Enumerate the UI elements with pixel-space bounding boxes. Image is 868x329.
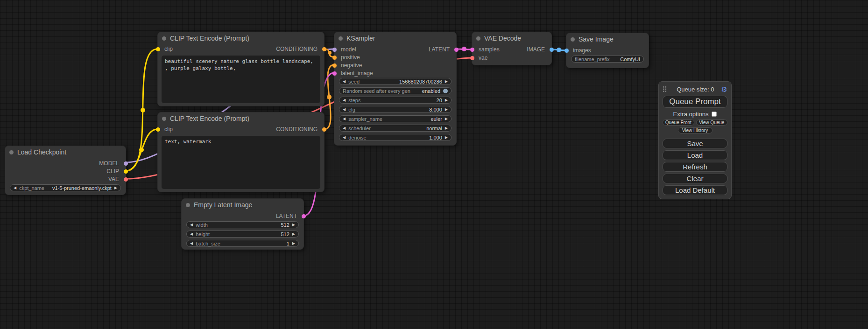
node-save-image[interactable]: Save Image images filename_prefix ComfyU… <box>566 33 649 68</box>
view-history-button[interactable]: View History <box>678 127 713 133</box>
decrement-arrow-icon[interactable]: ◀ <box>343 80 346 84</box>
collapse-dot-icon[interactable] <box>571 37 575 42</box>
slot-label: LATENT <box>276 213 303 219</box>
output-slot-model: MODEL <box>5 159 126 168</box>
node-title-bar[interactable]: Empty Latent Image <box>182 199 303 211</box>
slot-label: IMAGE <box>527 46 551 53</box>
input-dot-positive[interactable] <box>332 56 337 60</box>
sampler-name-widget[interactable]: ◀ sampler_name euler ▶ <box>339 115 452 122</box>
height-widget[interactable]: ◀ height 512 ▶ <box>186 231 299 238</box>
decrement-arrow-icon[interactable]: ◀ <box>190 232 193 236</box>
node-title-bar[interactable]: VAE Decode <box>472 32 551 44</box>
clear-button[interactable]: Clear <box>663 174 727 183</box>
batch-size-widget[interactable]: ◀ batch_size 1 ▶ <box>186 240 299 247</box>
node-title-bar[interactable]: Save Image <box>566 33 649 45</box>
decrement-arrow-icon[interactable]: ◀ <box>14 186 16 190</box>
decrement-arrow-icon[interactable]: ◀ <box>190 242 193 245</box>
input-dot-negative[interactable] <box>332 63 337 68</box>
link-midpoint-dot <box>141 108 145 112</box>
toggle-knob-icon[interactable] <box>443 89 448 93</box>
input-dot-model[interactable] <box>332 48 337 52</box>
refresh-button[interactable]: Refresh <box>663 162 727 172</box>
collapse-dot-icon[interactable] <box>186 203 190 207</box>
output-dot-model[interactable] <box>124 161 128 166</box>
decrement-arrow-icon[interactable]: ◀ <box>343 126 346 130</box>
collapse-dot-icon[interactable] <box>339 36 343 41</box>
collapse-dot-icon[interactable] <box>9 150 14 154</box>
node-title-bar[interactable]: Load Checkpoint <box>5 146 126 158</box>
input-dot-images[interactable] <box>565 49 569 53</box>
decrement-arrow-icon[interactable]: ◀ <box>343 108 346 112</box>
queue-prompt-button[interactable]: Queue Prompt <box>663 96 727 108</box>
random-seed-toggle-widget[interactable]: Random seed after every gen enabled <box>339 87 452 94</box>
node-vae-decode[interactable]: VAE Decode samples IMAGE vae <box>472 32 552 65</box>
input-dot-clip[interactable] <box>156 127 160 132</box>
comfy-menu[interactable]: Queue size: 0 ⚙ Queue Prompt Extra optio… <box>658 81 732 199</box>
increment-arrow-icon[interactable]: ▶ <box>445 98 448 102</box>
decrement-arrow-icon[interactable]: ◀ <box>343 98 346 102</box>
load-button[interactable]: Load <box>663 150 727 160</box>
input-slot-vae: vae <box>472 54 551 62</box>
node-empty-latent-image[interactable]: Empty Latent Image LATENT ◀ width 512 ▶ … <box>181 198 304 250</box>
increment-arrow-icon[interactable]: ▶ <box>445 80 448 84</box>
output-dot-vae[interactable] <box>124 177 128 182</box>
input-dot-clip[interactable] <box>156 47 160 51</box>
decrement-arrow-icon[interactable]: ◀ <box>343 136 346 140</box>
increment-arrow-icon[interactable]: ▶ <box>445 108 448 112</box>
slot-row: model LATENT <box>334 45 456 54</box>
input-dot-samples[interactable] <box>470 48 474 52</box>
graph-canvas[interactable]: Load Checkpoint MODEL CLIP VAE ◀ ckpt_na… <box>0 0 868 329</box>
extra-options-checkbox[interactable] <box>712 112 717 117</box>
node-title-bar[interactable]: KSampler <box>334 32 456 44</box>
increment-arrow-icon[interactable]: ▶ <box>445 117 448 121</box>
extra-options-label: Extra options <box>673 111 709 118</box>
increment-arrow-icon[interactable]: ▶ <box>445 126 448 130</box>
prompt-textarea[interactable]: text, watermark <box>162 136 320 189</box>
menu-header: Queue size: 0 ⚙ <box>663 85 727 93</box>
collapse-dot-icon[interactable] <box>476 36 480 41</box>
width-widget[interactable]: ◀ width 512 ▶ <box>186 221 299 228</box>
collapse-dot-icon[interactable] <box>162 36 166 41</box>
slot-label: MODEL <box>99 160 126 167</box>
increment-arrow-icon[interactable]: ▶ <box>445 136 448 140</box>
seed-widget[interactable]: ◀ seed 156680208700286 ▶ <box>339 78 452 85</box>
steps-widget[interactable]: ◀ steps 20 ▶ <box>339 97 452 104</box>
node-load-checkpoint[interactable]: Load Checkpoint MODEL CLIP VAE ◀ ckpt_na… <box>5 146 126 195</box>
settings-gear-icon[interactable]: ⚙ <box>721 86 727 93</box>
node-title-bar[interactable]: CLIP Text Encode (Prompt) <box>158 112 324 125</box>
node-ksampler[interactable]: KSampler model LATENT positive negative … <box>334 32 457 146</box>
input-dot-vae[interactable] <box>470 56 474 60</box>
scheduler-widget[interactable]: ◀ scheduler normal ▶ <box>339 125 452 132</box>
input-slot-latent-image: latent_image <box>334 69 456 77</box>
widget-label: denoise <box>348 135 367 140</box>
output-dot-conditioning[interactable] <box>322 47 326 51</box>
output-dot-clip[interactable] <box>124 169 128 174</box>
save-button[interactable]: Save <box>663 139 727 148</box>
filename-prefix-widget[interactable]: filename_prefix ComfyUI <box>571 56 644 63</box>
drag-handle-icon[interactable] <box>663 86 667 92</box>
increment-arrow-icon[interactable]: ▶ <box>292 223 295 227</box>
input-dot-latent-image[interactable] <box>332 71 337 76</box>
view-queue-button[interactable]: View Queue <box>696 119 728 126</box>
link-midpoint-dot <box>328 51 332 55</box>
node-title-bar[interactable]: CLIP Text Encode (Prompt) <box>158 32 324 44</box>
decrement-arrow-icon[interactable]: ◀ <box>190 223 193 227</box>
decrement-arrow-icon[interactable]: ◀ <box>343 117 346 121</box>
node-clip-text-encode-positive[interactable]: CLIP Text Encode (Prompt) clip CONDITION… <box>157 32 325 106</box>
output-dot-latent[interactable] <box>302 214 306 218</box>
queue-front-button[interactable]: Queue Front <box>663 119 694 126</box>
prompt-textarea[interactable]: beautiful scenery nature glass bottle la… <box>162 56 320 103</box>
output-dot-image[interactable] <box>550 48 554 52</box>
increment-arrow-icon[interactable]: ▶ <box>114 186 117 190</box>
increment-arrow-icon[interactable]: ▶ <box>292 232 295 236</box>
ckpt-name-widget[interactable]: ◀ ckpt_name v1-5-pruned-emaonly.ckpt ▶ <box>10 184 121 191</box>
collapse-dot-icon[interactable] <box>162 117 166 121</box>
node-clip-text-encode-negative[interactable]: CLIP Text Encode (Prompt) clip CONDITION… <box>157 112 325 192</box>
widget-value: 8.000 <box>429 107 442 112</box>
denoise-widget[interactable]: ◀ denoise 1.000 ▶ <box>339 134 452 141</box>
cfg-widget[interactable]: ◀ cfg 8.000 ▶ <box>339 106 452 113</box>
output-dot-conditioning[interactable] <box>322 127 326 132</box>
load-default-button[interactable]: Load Default <box>663 185 727 195</box>
increment-arrow-icon[interactable]: ▶ <box>292 242 295 245</box>
output-dot-latent[interactable] <box>454 48 459 52</box>
